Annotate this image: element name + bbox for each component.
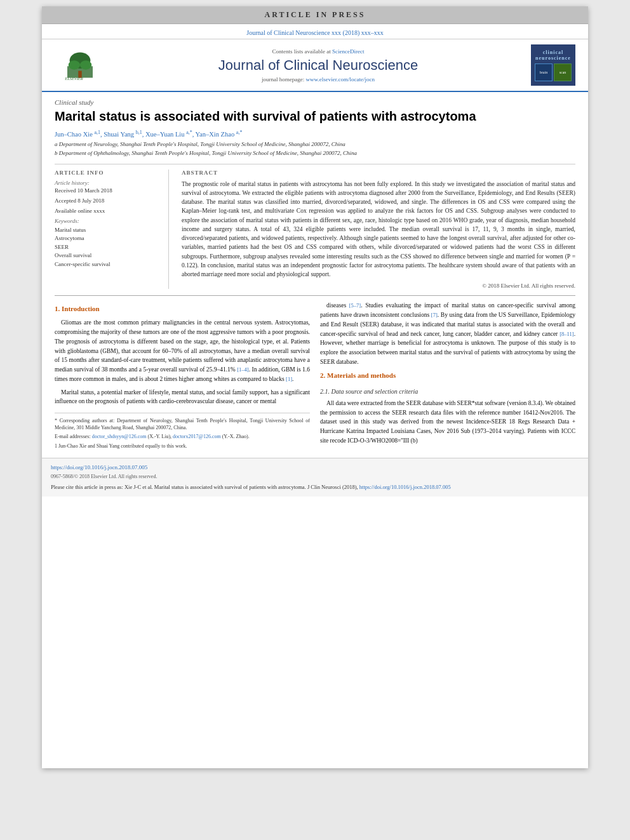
- received-date: Received 10 March 2018: [55, 187, 161, 194]
- authors-line: Jun–Chao Xie a,1, Shuai Yang b,1, Xue–Yu…: [55, 129, 575, 138]
- homepage-url: www.elsevier.com/locate/jocn: [306, 76, 375, 83]
- issn-line: 0967-5868/© 2018 Elsevier Ltd. All right…: [51, 473, 579, 481]
- keyword-4: Overall survival: [55, 251, 161, 260]
- journal-ref-line: Journal of Clinical Neuroscience xxx (20…: [42, 24, 588, 39]
- body-columns: 1. Introduction Gliomas are the most com…: [55, 295, 575, 451]
- section-label: Clinical study: [55, 98, 575, 106]
- abstract-text: The prognostic role of marital status in…: [182, 180, 575, 279]
- intro-heading: 1. Introduction: [55, 303, 310, 314]
- copyright-notice: © 2018 Elsevier Ltd. All rights reserved…: [182, 283, 575, 289]
- keyword-1: Marital status: [55, 226, 161, 235]
- body-left-column: 1. Introduction Gliomas are the most com…: [55, 301, 310, 451]
- keywords-label: Keywords:: [55, 218, 161, 224]
- article-info-title: ARTICLE INFO: [55, 170, 161, 176]
- intro-para2: Marital status, a potential marker of li…: [55, 388, 310, 406]
- keyword-3: SEER: [55, 243, 161, 252]
- article-page: ARTICLE IN PRESS Journal of Clinical Neu…: [42, 6, 588, 768]
- methods-sub-heading: 2.1. Data source and selection criteria: [320, 387, 575, 397]
- intro-para1: Gliomas are the most common primary mali…: [55, 318, 310, 383]
- author-jun-chao: Jun–Chao Xie a,1, Shuai Yang b,1, Xue–Yu…: [55, 131, 242, 138]
- journal-title: Journal of Clinical Neuroscience: [105, 57, 531, 74]
- svg-text:ELSEVIER: ELSEVIER: [64, 76, 83, 81]
- contents-line: Contents lists available at ScienceDirec…: [105, 48, 531, 55]
- journal-ref-text: Journal of Clinical Neuroscience xxx (20…: [246, 29, 384, 36]
- journal-thumbnail: clinicalneuroscience brain scan: [531, 44, 575, 86]
- right-para1: diseases [5–7]. Studies evaluating the i…: [320, 301, 575, 366]
- aip-banner: ARTICLE IN PRESS: [42, 6, 588, 24]
- article-info-panel: ARTICLE INFO Article history: Received 1…: [55, 170, 169, 290]
- ref-8-11[interactable]: [8–11]: [560, 331, 573, 337]
- journal-homepage: journal homepage: www.elsevier.com/locat…: [105, 76, 531, 83]
- info-abstract-container: ARTICLE INFO Article history: Received 1…: [55, 164, 575, 290]
- elsevier-logo: ELSEVIER: [55, 49, 105, 82]
- cite-doi-link[interactable]: https://doi.org/10.1016/j.jocn.2018.07.0…: [359, 484, 451, 490]
- footnote-1: 1 Jun-Chao Xie and Shuai Yang contribute…: [55, 443, 310, 450]
- footnote-email: E-mail addresses: doctor_shdsyyn@126.com…: [55, 433, 310, 440]
- cite-line: Please cite this article in press as: Xi…: [51, 483, 579, 491]
- body-right-column: diseases [5–7]. Studies evaluating the i…: [320, 301, 575, 451]
- ref-5-7[interactable]: [5–7]: [349, 302, 361, 309]
- aip-text: ARTICLE IN PRESS: [265, 10, 366, 19]
- accepted-date: Accepted 8 July 2018: [55, 197, 161, 204]
- history-label: Article history:: [55, 180, 161, 186]
- journal-branding: ELSEVIER Contents lists available at Sci…: [42, 39, 588, 92]
- methods-para1: All data were extracted from the SEER da…: [320, 399, 575, 446]
- elsevier-tree-icon: ELSEVIER: [61, 49, 99, 81]
- ref-1-4[interactable]: [1–4]: [237, 366, 248, 373]
- article-content: Clinical study Marital status is associa…: [42, 92, 588, 458]
- affiliation-a: a Department of Neurology, Shanghai Tent…: [55, 140, 575, 149]
- ref-7[interactable]: [7]: [431, 312, 438, 318]
- email-liu-link[interactable]: doctor_shdsyyn@126.com: [92, 434, 147, 439]
- footnote-corresponding: * Corresponding authors at: Department o…: [55, 417, 310, 431]
- doi-link[interactable]: https://doi.org/10.1016/j.jocn.2018.07.0…: [51, 464, 147, 470]
- sciencedirect-link[interactable]: ScienceDirect: [332, 48, 364, 55]
- journal-center: Contents lists available at ScienceDirec…: [105, 48, 531, 83]
- svg-point-3: [80, 60, 91, 70]
- article-title: Marital status is associated with surviv…: [55, 109, 575, 124]
- available-online: Available online xxxx: [55, 208, 161, 214]
- bottom-bar: https://doi.org/10.1016/j.jocn.2018.07.0…: [42, 458, 588, 497]
- methods-heading: 2. Materials and methods: [320, 370, 575, 381]
- abstract-panel: ABSTRACT The prognostic role of marital …: [182, 170, 575, 290]
- abstract-title: ABSTRACT: [182, 170, 575, 176]
- svg-point-2: [69, 60, 80, 70]
- keyword-2: Astrocytoma: [55, 234, 161, 243]
- keyword-5: Cancer-specific survival: [55, 260, 161, 269]
- affiliation-b: b Department of Ophthalmology, Shanghai …: [55, 149, 575, 157]
- footnotes: * Corresponding authors at: Department o…: [55, 413, 310, 450]
- doi-line: https://doi.org/10.1016/j.jocn.2018.07.0…: [51, 463, 579, 472]
- ref-1[interactable]: [1]: [286, 376, 292, 382]
- email-zhao-link[interactable]: doctorx2017@126.com: [173, 434, 221, 439]
